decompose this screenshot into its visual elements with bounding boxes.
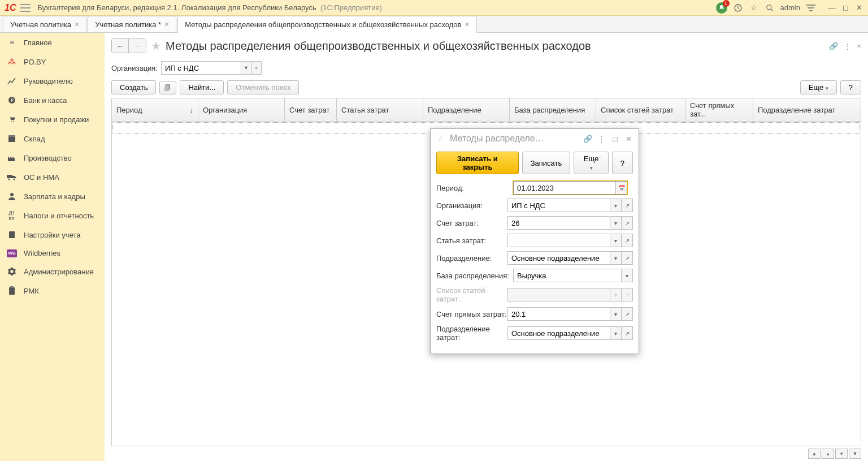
clear-filter-icon[interactable]: × bbox=[251, 62, 261, 74]
history-icon[interactable] bbox=[733, 3, 743, 13]
col-list[interactable]: Список статей затрат bbox=[596, 98, 685, 121]
sidebar-item-production[interactable]: Производство bbox=[0, 148, 105, 167]
base-input[interactable] bbox=[514, 269, 621, 282]
open-icon[interactable]: ↗ bbox=[621, 234, 632, 247]
sidebar-item-roby[interactable]: ⁂РО.BY bbox=[0, 52, 105, 71]
sidebar-item-admin[interactable]: Администрирование bbox=[0, 262, 105, 281]
close-page-icon[interactable]: × bbox=[857, 42, 861, 50]
modal-more-button[interactable]: Еще ▾ bbox=[574, 152, 609, 174]
col-base[interactable]: База распределения bbox=[510, 98, 596, 121]
modal-star-icon[interactable]: ☆ bbox=[436, 135, 445, 143]
org-filter-label: Организация: bbox=[111, 64, 158, 72]
col-account[interactable]: Счет затрат bbox=[285, 98, 337, 121]
open-icon[interactable]: ↗ bbox=[621, 217, 632, 229]
dropdown-icon[interactable]: ▼ bbox=[241, 62, 251, 74]
find-button[interactable]: Найти... bbox=[180, 80, 224, 94]
tab-close-icon[interactable]: × bbox=[75, 20, 79, 29]
sidebar-item-assets[interactable]: ОС и НМА bbox=[0, 167, 105, 187]
dropdown-icon[interactable]: ▾ bbox=[621, 269, 632, 282]
modal-help-button[interactable]: ? bbox=[612, 152, 633, 174]
sidebar-item-main[interactable]: ≡Главное bbox=[0, 33, 105, 52]
link-icon[interactable]: 🔗 bbox=[829, 42, 838, 50]
col-dept[interactable]: Подразделение bbox=[423, 98, 510, 121]
period-input[interactable] bbox=[514, 182, 615, 194]
col-org[interactable]: Организация bbox=[198, 98, 285, 121]
sidebar-item-wildberries[interactable]: WBWildberries bbox=[0, 244, 105, 262]
notifications-icon[interactable] bbox=[716, 2, 727, 14]
col-article[interactable]: Статья затрат bbox=[337, 98, 423, 121]
sidebar-item-bank[interactable]: ₽Банк и касса bbox=[0, 91, 105, 110]
modal-more-icon[interactable]: ⋮ bbox=[597, 135, 606, 143]
article-input[interactable] bbox=[508, 234, 610, 247]
modal-link-icon[interactable]: 🔗 bbox=[583, 135, 592, 143]
org-filter-combo[interactable]: ▼ × bbox=[161, 61, 262, 75]
col-dept2[interactable]: Подразделение затрат bbox=[753, 98, 861, 121]
user-label[interactable]: admin bbox=[780, 3, 800, 12]
dropdown-icon[interactable]: ▾ bbox=[610, 234, 621, 247]
modal-close-icon[interactable]: ✕ bbox=[624, 135, 633, 143]
sidebar-item-taxes[interactable]: ДтКтНалоги и отчетность bbox=[0, 206, 105, 225]
tab-accounting-policy-2[interactable]: Учетная политика *× bbox=[88, 16, 176, 32]
sidebar-item-rmk[interactable]: РМК bbox=[0, 281, 105, 300]
nav-last-icon[interactable]: ▼ bbox=[849, 449, 861, 459]
settings-lines-icon[interactable] bbox=[806, 3, 816, 13]
nav-forward-button[interactable]: → bbox=[129, 39, 146, 53]
dropdown-icon[interactable]: ▾ bbox=[610, 327, 621, 339]
tab-accounting-policy-1[interactable]: Учетная политика× bbox=[3, 16, 86, 32]
open-icon[interactable]: ↗ bbox=[621, 199, 632, 212]
search-icon[interactable] bbox=[765, 3, 775, 13]
nav-down-icon[interactable]: ▾ bbox=[835, 449, 848, 459]
maximize-icon[interactable]: ◻ bbox=[841, 3, 850, 12]
dropdown-icon[interactable]: ▾ bbox=[610, 199, 621, 212]
tab-close-icon[interactable]: × bbox=[465, 20, 470, 29]
page-title: Методы распределения общепроизводственны… bbox=[166, 40, 591, 53]
sidebar-item-warehouse[interactable]: Склад bbox=[0, 129, 105, 148]
dropdown-icon[interactable]: ▾ bbox=[610, 308, 621, 320]
tab-close-icon[interactable]: × bbox=[164, 20, 169, 29]
sidebar-item-manager[interactable]: Руководителю bbox=[0, 71, 105, 91]
calendar-icon[interactable]: 📅 bbox=[615, 182, 627, 194]
sidebar-item-settings[interactable]: Настройки учета bbox=[0, 225, 105, 244]
box-icon bbox=[7, 133, 17, 144]
main-menu-icon[interactable] bbox=[20, 4, 31, 12]
col-direct[interactable]: Счет прямых зат... bbox=[685, 98, 753, 121]
svg-point-4 bbox=[11, 121, 12, 122]
open-icon[interactable]: ↗ bbox=[621, 308, 632, 320]
org-input[interactable] bbox=[508, 199, 610, 212]
titlebar: 1C Бухгалтерия для Беларуси, редакция 2.… bbox=[0, 0, 868, 16]
more-vert-icon[interactable]: ⋮ bbox=[844, 42, 851, 50]
account-input[interactable] bbox=[508, 217, 610, 229]
modal-maximize-icon[interactable]: ◻ bbox=[610, 135, 619, 143]
direct-input[interactable] bbox=[508, 308, 610, 320]
dots-icon: ⁂ bbox=[7, 57, 17, 67]
cancel-find-button[interactable]: Отменить поиск bbox=[227, 80, 299, 94]
dept-input[interactable] bbox=[508, 252, 610, 264]
more-button[interactable]: Еще ▾ bbox=[800, 80, 837, 94]
nav-up-icon[interactable]: ▴ bbox=[822, 449, 834, 459]
dept2-input[interactable] bbox=[508, 327, 610, 339]
save-close-button[interactable]: Записать и закрыть bbox=[436, 152, 519, 174]
tab-distribution-methods[interactable]: Методы распределения общепроизводственны… bbox=[177, 16, 476, 33]
svg-point-10 bbox=[14, 179, 15, 180]
org-filter-input[interactable] bbox=[162, 64, 241, 72]
svg-rect-16 bbox=[164, 85, 169, 91]
nav-first-icon[interactable]: ▲ bbox=[808, 449, 821, 459]
minimize-icon[interactable]: — bbox=[827, 3, 836, 12]
star-icon[interactable]: ☆ bbox=[749, 3, 759, 13]
period-label: Период: bbox=[436, 184, 513, 192]
copy-button[interactable] bbox=[159, 81, 176, 94]
dropdown-icon[interactable]: ▾ bbox=[610, 217, 621, 229]
favorite-star-icon[interactable]: ★ bbox=[151, 39, 161, 53]
open-icon[interactable]: ↗ bbox=[621, 327, 632, 339]
sidebar-item-sales[interactable]: Покупки и продажи bbox=[0, 110, 105, 129]
sidebar-item-salary[interactable]: Зарплата и кадры bbox=[0, 187, 105, 206]
nav-back-button[interactable]: ← bbox=[112, 39, 129, 53]
create-button[interactable]: Создать bbox=[111, 80, 156, 94]
svg-rect-6 bbox=[8, 137, 15, 142]
dropdown-icon[interactable]: ▾ bbox=[610, 252, 621, 264]
close-icon[interactable]: ✕ bbox=[854, 3, 863, 12]
col-period[interactable]: Период↓ bbox=[112, 98, 198, 121]
save-button[interactable]: Записать bbox=[522, 152, 571, 174]
help-button[interactable]: ? bbox=[840, 80, 861, 94]
open-icon[interactable]: ↗ bbox=[621, 252, 632, 264]
